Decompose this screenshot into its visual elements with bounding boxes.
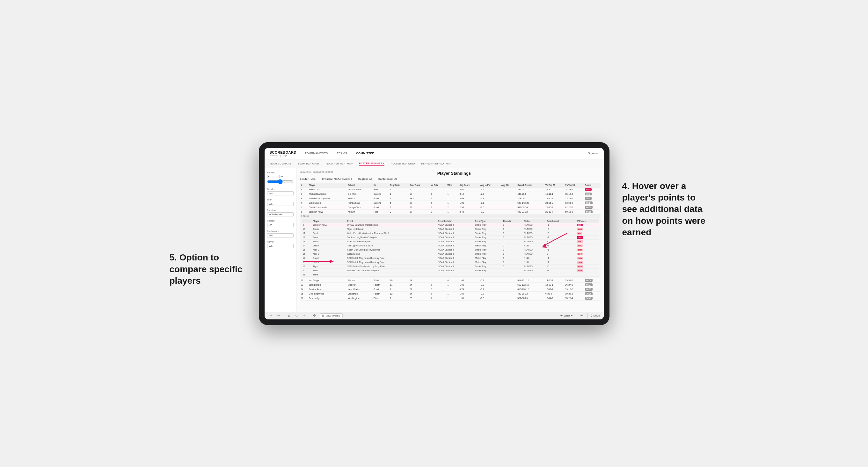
table-row[interactable]: 24 Bastien Amat New Mexico Fourth 1 27 2…: [300, 287, 600, 291]
table-row[interactable]: 2 Michael La Sasso Ole Miss Second 1 18 …: [300, 192, 600, 196]
svg-marker-3: [330, 259, 334, 263]
event-points-light-badge[interactable]: 34.11: [577, 245, 583, 247]
subnav-team-h2h-grid[interactable]: TEAM H2H GRID: [298, 162, 319, 166]
event-row[interactable]: 20 Mattt Mirabell Maui Jim Intercollegia…: [302, 269, 599, 273]
filter-division: Division: NCAA Division I: [322, 178, 352, 180]
subnav-team-summary[interactable]: TEAM SUMMARY: [270, 162, 292, 166]
points-badge-gray[interactable]: 60.58: [585, 279, 593, 282]
col-adj-score: Adj. Score: [458, 183, 479, 187]
no-rds-row: -: [267, 175, 293, 178]
sidebar-year: Year (All): [267, 198, 293, 206]
sidebar-player-select[interactable]: (All): [267, 244, 293, 248]
table-row[interactable]: 1 Wenyi Ding Arizona State First 1 1 15 …: [300, 187, 600, 192]
toolbar-clock[interactable]: ⏱: [312, 313, 317, 318]
sidebar-gender-select[interactable]: Men: [267, 191, 293, 195]
subnav-player-h2h-heatmap[interactable]: PLAYER H2H HEATMAP: [422, 162, 452, 166]
arrow-left-svg: [304, 257, 335, 266]
sidebar-no-rds-label: No Rds.: [267, 172, 293, 174]
points-badge-gray[interactable]: 60.09: [585, 206, 593, 209]
share-label: Share: [593, 314, 599, 317]
col-player: Player: [308, 183, 346, 187]
nav-tournaments[interactable]: TOURNAMENTS: [304, 152, 329, 155]
sidebar-year-select[interactable]: (All): [267, 202, 293, 206]
event-points-badge[interactable]: 65.64: [577, 224, 583, 226]
sidebar-region: Region N/A: [267, 220, 293, 227]
points-badge[interactable]: 88.2: [585, 188, 592, 191]
event-table-header: Player Event Event Division Event Type R…: [302, 219, 599, 223]
event-row[interactable]: 16 Alex C Williams Cup NCAA Division I S…: [302, 252, 599, 256]
points-badge-gray[interactable]: 60.27: [585, 283, 593, 286]
filter-region: Region: All: [358, 178, 372, 180]
col-yr: Yr: [372, 183, 389, 187]
sign-out-link[interactable]: Sign out: [588, 152, 598, 155]
points-badge-gray[interactable]: 58.18: [585, 210, 593, 213]
col-wins: Wins: [446, 183, 458, 187]
table-row[interactable]: 22 Ian Gilligan Florida Third 10 24 1 0 …: [300, 278, 600, 282]
no-rds-max-input[interactable]: [279, 175, 288, 178]
col-num: #: [300, 183, 308, 187]
table-row[interactable]: 6 Jackson Koivu Auburn First 2 27 1 1 2.…: [300, 210, 600, 214]
toolbar-link[interactable]: ↗: [301, 313, 306, 318]
table-row[interactable]: 26 Petr Hruby Washington Fifth 1 23 0 1 …: [300, 296, 600, 300]
svg-line-0: [544, 233, 567, 246]
sidebar-gender: Gender Men: [267, 188, 293, 195]
sidebar-conference-select[interactable]: (All): [267, 234, 293, 238]
filter-gender: Gender: Men: [300, 178, 316, 180]
subnav-player-h2h-grid[interactable]: PLAYER H2H GRID: [391, 162, 415, 166]
event-points-light-badge[interactable]: 58.18: [577, 265, 583, 268]
event-row[interactable]: 17 David SEC Match Play hosted by Jerry …: [302, 256, 599, 260]
nav-committee[interactable]: COMMITTEE: [355, 152, 375, 155]
sidebar-division-select[interactable]: NCAA Division I: [267, 212, 293, 216]
annotation-right: 4. Hover over a player's points to see a…: [622, 180, 712, 239]
event-points-light-badge[interactable]: 29.98: [577, 257, 583, 259]
event-row[interactable]: 9 Jackson Koivu UNCW Seahawk Intercolleg…: [302, 223, 599, 227]
toolbar-redo[interactable]: ↪: [276, 313, 281, 318]
table-row[interactable]: 23 Jack Lundin Missouri Fourth 11 24 0 1…: [300, 282, 600, 287]
event-points-light-badge[interactable]: 38.50: [577, 249, 583, 251]
col-vs-top25: Vs Top 25: [544, 183, 564, 187]
no-rds-min-input[interactable]: [267, 175, 276, 178]
nav-teams[interactable]: TEAMS: [336, 152, 348, 155]
col-overall: Overall Record: [516, 183, 544, 187]
toolbar-copy[interactable]: ⧉: [294, 313, 299, 318]
sidebar-player: Player (All): [267, 241, 293, 248]
subnav-player-summary[interactable]: PLAYER SUMMARY: [359, 161, 384, 166]
table-row[interactable]: 25 Cole Sherwood Vanderbilt Fourth 12 24…: [300, 291, 600, 296]
toolbar-undo[interactable]: ↩: [269, 313, 274, 318]
points-badge-gray[interactable]: 70.2: [585, 197, 592, 200]
table-row[interactable]: 3 Michael Thorbjornsen Stanford Fourth 1…: [300, 196, 600, 200]
toolbar-share-btn[interactable]: ⤴ Share: [591, 314, 599, 317]
sidebar-region-label: Region: [267, 220, 293, 222]
table-row-filler: 7 Niche: [300, 214, 600, 218]
table-row[interactable]: 4 Luke Claton Florida State Second 5 27 …: [300, 200, 600, 205]
toolbar-watch-btn[interactable]: 👁 Watch ▾: [560, 314, 573, 317]
toolbar-crop[interactable]: ⊞: [286, 313, 292, 318]
points-badge-gray[interactable]: 60.02: [585, 288, 593, 291]
no-rds-slider[interactable]: [267, 179, 293, 184]
logo-subtitle: Powered by clippi: [270, 154, 297, 157]
arrow-right-svg: [542, 230, 567, 249]
event-points-badge[interactable]: 73.23: [577, 236, 583, 239]
event-points-light-badge[interactable]: 30.47: [577, 253, 583, 255]
sidebar-conference-label: Conference: [267, 230, 293, 232]
event-points-light-badge[interactable]: 66.40: [577, 269, 583, 272]
points-badge-gray[interactable]: 76.3: [585, 192, 592, 195]
points-badge-gray[interactable]: 68.54: [585, 201, 593, 204]
sidebar-region-select[interactable]: N/A: [267, 223, 293, 227]
points-badge-gray[interactable]: 39.95: [585, 292, 593, 295]
event-points-light-badge[interactable]: 37.57: [577, 240, 583, 243]
event-row[interactable]: 19 Tiger SEC Stroke Play hosted by Jerry…: [302, 264, 599, 269]
event-row[interactable]: 18 Luke I SEC Match Play hosted by Jerry…: [302, 260, 599, 264]
col-conf-rank: Conf Rank: [408, 183, 429, 187]
points-badge-gray[interactable]: 38.49: [585, 297, 593, 300]
toolbar-feedback[interactable]: ✉: [579, 313, 584, 318]
subnav-team-h2h-heatmap[interactable]: TEAM H2H HEATMAP: [326, 162, 353, 166]
event-points-light-badge[interactable]: 46.7: [577, 232, 582, 235]
sidebar: No Rds. - Gender Men: [265, 168, 297, 312]
toolbar-view-btn[interactable]: ▤ View: Original: [320, 313, 343, 318]
col-avg-to-par: Avg to-Par: [479, 183, 500, 187]
table-row[interactable]: 5 Christo Lamprecht Georgia Tech Fourth …: [300, 205, 600, 210]
event-points-light-badge[interactable]: 53.60: [577, 228, 583, 230]
event-points-light-badge[interactable]: 29.98: [577, 261, 583, 263]
event-row[interactable]: 21 Teste: [302, 273, 599, 276]
